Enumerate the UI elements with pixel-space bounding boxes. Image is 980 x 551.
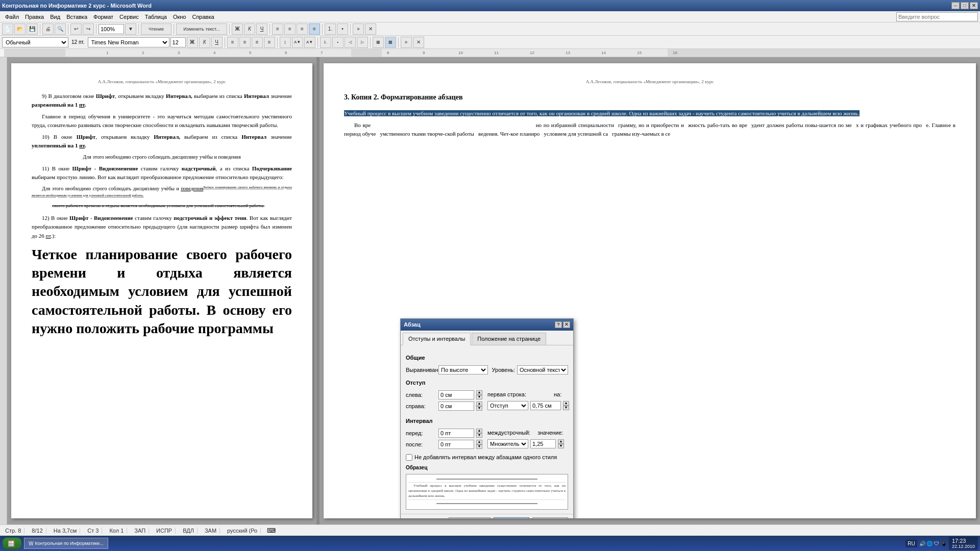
menu-table[interactable]: Таблица	[142, 13, 170, 21]
text-discipline-2: Для этого необходимо строго соблюдать ди…	[42, 186, 181, 191]
tabulation-button[interactable]: Табуляция...	[449, 517, 491, 518]
font-color[interactable]: A▼	[304, 37, 315, 48]
underline-format[interactable]: Ч	[211, 37, 223, 48]
general-section-title: Общие	[406, 354, 568, 362]
dialog-body: Общие Выравнивание: По высоте Уровень: О…	[401, 345, 573, 514]
change-text-button[interactable]: Изменить текст...	[176, 23, 227, 35]
new-button[interactable]: 📄	[2, 23, 13, 35]
clock-time: 17:23	[952, 538, 975, 544]
no-interval-checkbox[interactable]	[406, 454, 412, 461]
taskbar-word-button[interactable]: W Контрольная по Информатике...	[24, 538, 108, 549]
font-select[interactable]: Times New Roman	[88, 37, 169, 47]
format-more[interactable]: »	[401, 37, 412, 48]
start-button[interactable]: 🪟	[2, 537, 22, 549]
align-left[interactable]: ≡	[272, 23, 283, 35]
after-input[interactable]	[438, 440, 474, 449]
numbering-button[interactable]: 1.	[325, 23, 336, 35]
indent-right-input[interactable]	[438, 402, 474, 411]
menu-tools[interactable]: Сервис	[116, 13, 142, 21]
window-controls: ─ □ ✕	[951, 2, 978, 9]
first-line-down[interactable]: ▼	[563, 406, 569, 410]
level-select[interactable]: Основной текст	[517, 365, 568, 374]
open-button[interactable]: 📂	[14, 23, 26, 35]
bold-format[interactable]: Ж	[187, 37, 198, 48]
menu-help[interactable]: Справка	[189, 13, 217, 21]
menu-file[interactable]: Файл	[2, 13, 22, 21]
close-button[interactable]: ✕	[970, 2, 978, 9]
text-12-sub: подстрочный и эф­фект тени	[174, 215, 247, 221]
line-spacing-select[interactable]: Множитель	[487, 439, 528, 448]
alignment-select[interactable]: По высоте	[438, 365, 488, 374]
dialog-help-button[interactable]: ?	[555, 321, 562, 328]
ok-button[interactable]: ОК	[494, 517, 529, 518]
bullets-button[interactable]: •	[337, 23, 348, 35]
italic-format[interactable]: К	[199, 37, 210, 48]
more-buttons[interactable]: »	[353, 23, 364, 35]
align-justify-f[interactable]: ≡	[264, 37, 275, 48]
selected-text: Учебный процесс в высшем учебном заведен…	[344, 110, 860, 116]
menu-insert[interactable]: Вставка	[63, 13, 90, 21]
right-body-8: умственного тками творче-ской работы	[380, 131, 474, 137]
style-select[interactable]: Обычный	[2, 37, 68, 47]
numbering-f[interactable]: 1.	[320, 37, 331, 48]
align-left-f[interactable]: ≡	[227, 37, 238, 48]
align-justify[interactable]: ≡	[309, 23, 320, 35]
menu-bar: Файл Правка Вид Вставка Формат Сервис Та…	[0, 11, 980, 22]
italic-button[interactable]: К	[244, 23, 255, 35]
reading-mode-button[interactable]: Чтение	[141, 23, 172, 35]
help-input[interactable]	[896, 12, 978, 21]
indent-left-down[interactable]: ▼	[476, 395, 482, 399]
indent-left-input[interactable]	[438, 390, 474, 399]
align-right[interactable]: ≡	[297, 23, 308, 35]
tab-indent-interval[interactable]: Отступы и интервалы	[403, 333, 471, 345]
first-line-select[interactable]: Отступ	[487, 401, 528, 410]
line-size-down[interactable]: ▼	[558, 444, 564, 448]
menu-edit[interactable]: Правка	[22, 13, 47, 21]
status-keyboard-icon: ⌨	[267, 527, 276, 534]
save-button[interactable]: 💾	[27, 23, 38, 35]
text-11-bold2: Видоизменение	[99, 165, 138, 171]
close-toolbar[interactable]: ✕	[365, 23, 376, 35]
preview-section: Образец ▬▬▬▬▬▬▬▬▬▬▬▬▬▬▬▬▬▬▬▬▬▬▬▬▬▬▬▬▬▬▬▬…	[406, 464, 568, 510]
text-11-mid3: , а из списка	[215, 165, 252, 171]
dialog-title-bar[interactable]: Абзац ? ✕	[401, 319, 573, 331]
taskbar-right: RU 🔊 🌐 🛡 📱 17:23 22.12.2010	[905, 537, 978, 550]
cancel-button[interactable]: Отмена	[532, 517, 568, 518]
indent-right-down[interactable]: ▼	[476, 406, 482, 411]
align-center[interactable]: ≡	[284, 23, 296, 35]
preview-button[interactable]: 🔍	[55, 23, 66, 35]
format-close[interactable]: ✕	[413, 37, 424, 48]
before-down[interactable]: ▼	[476, 433, 482, 438]
page-divider[interactable]	[316, 57, 320, 524]
borders[interactable]: ▦	[373, 37, 384, 48]
menu-format[interactable]: Формат	[90, 13, 116, 21]
font-size-input[interactable]	[170, 37, 186, 47]
zoom-dropdown[interactable]: ▼	[125, 23, 136, 35]
tab-position[interactable]: Положение на странице	[472, 333, 546, 345]
maximize-button[interactable]: □	[961, 2, 969, 9]
align-center-f[interactable]: ≡	[239, 37, 251, 48]
undo-button[interactable]: ↩	[70, 23, 82, 35]
line-spacing[interactable]: ↕	[280, 37, 291, 48]
zoom-input[interactable]	[99, 24, 124, 34]
bullets-f[interactable]: •	[332, 37, 344, 48]
dialog-close-button[interactable]: ✕	[563, 321, 570, 328]
underline-button[interactable]: Ч	[256, 23, 267, 35]
shading[interactable]: ▩	[385, 37, 396, 48]
align-right-f[interactable]: ≡	[252, 37, 263, 48]
minimize-button[interactable]: ─	[951, 2, 960, 9]
highlight[interactable]: A▼	[292, 37, 303, 48]
status-position: На 3,7см	[51, 528, 80, 534]
after-down[interactable]: ▼	[476, 444, 482, 449]
increase-indent[interactable]: ▷	[357, 37, 368, 48]
menu-view[interactable]: Вид	[47, 13, 63, 21]
preview-prev-para: ▬▬▬▬▬▬▬▬▬▬▬▬▬▬▬▬▬▬▬▬▬▬▬▬▬▬▬▬▬▬▬▬▬	[408, 477, 566, 483]
first-line-size-input[interactable]	[530, 401, 561, 410]
print-button[interactable]: 🖨	[42, 23, 54, 35]
menu-window[interactable]: Окно	[170, 13, 189, 21]
line-size-input[interactable]	[530, 439, 556, 448]
decrease-indent[interactable]: ◁	[345, 37, 356, 48]
before-input[interactable]	[438, 429, 474, 438]
bold-button[interactable]: Ж	[232, 23, 243, 35]
redo-button[interactable]: ↪	[83, 23, 94, 35]
